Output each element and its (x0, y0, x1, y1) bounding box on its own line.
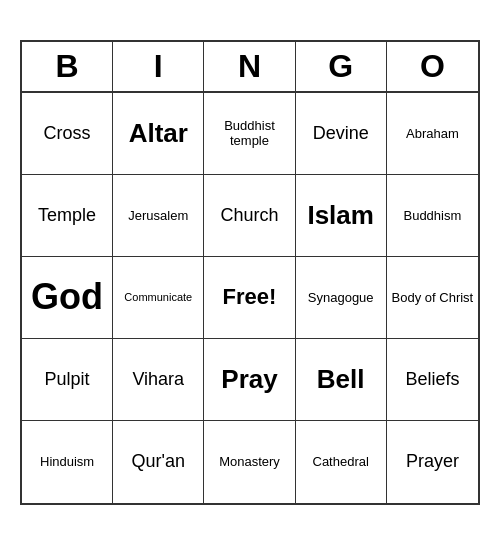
header-letter: O (387, 42, 478, 91)
bingo-cell: Temple (22, 175, 113, 257)
header-letter: G (296, 42, 387, 91)
bingo-cell: Prayer (387, 421, 478, 503)
bingo-cell: Abraham (387, 93, 478, 175)
bingo-header: BINGO (22, 42, 478, 93)
bingo-cell: Beliefs (387, 339, 478, 421)
bingo-cell: Buddhism (387, 175, 478, 257)
bingo-cell: Synagogue (296, 257, 387, 339)
bingo-cell: Communicate (113, 257, 204, 339)
bingo-cell: Pulpit (22, 339, 113, 421)
bingo-cell: Buddhist temple (204, 93, 295, 175)
bingo-cell: Altar (113, 93, 204, 175)
bingo-cell: Church (204, 175, 295, 257)
bingo-cell: Qur'an (113, 421, 204, 503)
bingo-cell: Islam (296, 175, 387, 257)
bingo-cell: Jerusalem (113, 175, 204, 257)
bingo-cell: Bell (296, 339, 387, 421)
header-letter: N (204, 42, 295, 91)
bingo-grid: CrossAltarBuddhist templeDevineAbrahamTe… (22, 93, 478, 503)
bingo-cell: Cathedral (296, 421, 387, 503)
bingo-cell: Pray (204, 339, 295, 421)
bingo-cell: Hinduism (22, 421, 113, 503)
header-letter: B (22, 42, 113, 91)
bingo-cell: Free! (204, 257, 295, 339)
bingo-cell: Devine (296, 93, 387, 175)
bingo-cell: Monastery (204, 421, 295, 503)
bingo-cell: Vihara (113, 339, 204, 421)
bingo-card: BINGO CrossAltarBuddhist templeDevineAbr… (20, 40, 480, 505)
header-letter: I (113, 42, 204, 91)
bingo-cell: Cross (22, 93, 113, 175)
bingo-cell: Body of Christ (387, 257, 478, 339)
bingo-cell: God (22, 257, 113, 339)
